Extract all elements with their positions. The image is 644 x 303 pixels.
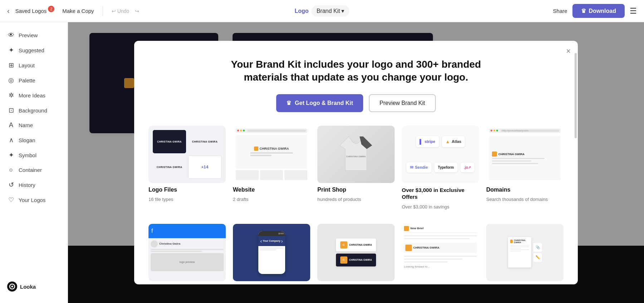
atlas-card: ▲ Atlas	[442, 136, 465, 147]
sidebar-item-label: Layout	[19, 62, 35, 68]
phone-mockup: 10:03 ‹ Your Company ›	[258, 231, 285, 274]
sidebar-item-label: Symbol	[19, 152, 36, 158]
logo-cell-light-2: CHRISTINA GWIRA	[153, 155, 186, 179]
stripe-card: ▌ stripe	[416, 136, 439, 147]
logo-cell-dark-1: CHRISTINA GWIRA	[153, 130, 186, 153]
sidebar-item-label: History	[19, 182, 35, 188]
sidebar-item-symbol[interactable]: ✦ Symbol	[0, 148, 68, 163]
saved-logos-text: Saved Logos	[15, 8, 47, 14]
sidebar-item-label: Preview	[19, 32, 38, 38]
background-icon: ⊡	[7, 106, 15, 114]
sidebar-item-preview[interactable]: 👁 Preview	[0, 28, 68, 43]
share-button[interactable]: Share	[553, 8, 567, 14]
sidebar-item-suggested[interactable]: ✦ Suggested	[0, 43, 68, 58]
topbar-left: ‹ Saved Logos 2 Make a Copy ↩ Undo ↪	[7, 6, 553, 16]
mobile-thumbnail: 10:03 ‹ Your Company ›	[233, 224, 310, 281]
modal-title: Your Brand Kit includes your logo and 30…	[231, 58, 481, 84]
get-logo-brand-kit-button[interactable]: ♛ Get Logo & Brand Kit	[276, 94, 363, 112]
brand-kit-label: Brand Kit	[317, 8, 340, 14]
sidebar-item-label: Name	[19, 122, 33, 128]
business-card-back: C CHRISTINA GWIRA	[336, 254, 376, 266]
download-label: Download	[589, 8, 616, 14]
sidebar-item-history[interactable]: ↺ History	[0, 177, 68, 192]
sidebar-item-label: Container	[19, 167, 42, 173]
logo-cell-light-1: CHRISTINA GWIRA	[188, 130, 221, 153]
topbar-center: Logo Brand Kit ▾	[295, 5, 350, 16]
grid-item-email[interactable]: New Brief CHRISTINA GWIRA Looking	[402, 224, 479, 284]
stationery-thumbnail: CHRISTINA GWIRA 📎 ✏️	[486, 224, 564, 281]
brand-kit-modal: × Your Brand Kit includes your logo and …	[134, 41, 578, 284]
domains-thumbnail: http://yourcompany.com CHRISTINA GWIRA	[486, 126, 564, 183]
sidebar-item-layout[interactable]: ⊞ Layout	[0, 58, 68, 73]
redo-button[interactable]: ↪	[135, 8, 139, 14]
grid-item-offers[interactable]: ▌ stripe ▲ Atlas ✉ Sendie	[402, 126, 479, 210]
modal-close-button[interactable]: ×	[566, 47, 571, 56]
sidebar-item-label: Suggested	[19, 47, 44, 53]
download-button[interactable]: ♛ Download	[572, 4, 625, 18]
notification-badge: 2	[48, 6, 54, 12]
typeform-card: Typeform	[434, 163, 458, 172]
saved-logos-label: Saved Logos 2	[15, 8, 47, 14]
svg-text:CHRISTINA GWIRA: CHRISTINA GWIRA	[346, 155, 366, 158]
sidebar-item-background[interactable]: ⊡ Background	[0, 103, 68, 118]
grid-item-logo-files[interactable]: CHRISTINA GWIRA CHRISTINA GWIRA CHRISTIN…	[148, 126, 226, 210]
logo-files-title: Logo Files	[148, 187, 226, 193]
divider	[103, 6, 103, 16]
undo-button[interactable]: ↩ Undo	[112, 8, 129, 14]
website-subtitle: 2 drafts	[233, 197, 310, 202]
grid-item-domains[interactable]: http://yourcompany.com CHRISTINA GWIRA	[486, 126, 564, 210]
crown-icon: ♛	[581, 8, 586, 14]
print-shop-subtitle: hundreds of products	[317, 197, 395, 202]
social-media-thumbnail: f Christina Gwira logo preview	[148, 224, 226, 281]
logo-files-thumbnail: CHRISTINA GWIRA CHRISTINA GWIRA CHRISTIN…	[148, 126, 226, 183]
grid-item-business-cards[interactable]: C CHRISTINA GWIRA C CHRISTINA GWIRA	[317, 224, 395, 284]
sidebar-item-slogan[interactable]: ∧ Slogan	[0, 133, 68, 148]
joy-card: .jo↗	[460, 163, 475, 172]
topbar: ‹ Saved Logos 2 Make a Copy ↩ Undo ↪ Log…	[0, 0, 644, 22]
grid-item-mobile[interactable]: 10:03 ‹ Your Company ›	[233, 224, 310, 284]
symbol-icon: ✦	[7, 151, 15, 159]
modal-grid-row2: f Christina Gwira logo preview	[134, 224, 578, 284]
grid-item-social-media[interactable]: f Christina Gwira logo preview	[148, 224, 226, 284]
website-hero-mock: CHRISTINA GWIRA	[236, 135, 307, 169]
name-icon: A	[7, 121, 15, 129]
menu-button[interactable]: ☰	[630, 6, 637, 16]
email-thumbnail: New Brief CHRISTINA GWIRA Looking	[402, 224, 479, 281]
layout-icon: ⊞	[7, 61, 15, 69]
undo-icon: ↩	[112, 8, 116, 14]
redo-icon: ↪	[135, 8, 139, 14]
sidebar-item-label: Background	[19, 107, 47, 114]
container-icon: ○	[7, 166, 15, 174]
facebook-icon: f	[151, 228, 153, 234]
sidebar-item-more-ideas[interactable]: ✲ More Ideas	[0, 88, 68, 103]
modal-scroll-area[interactable]: Your Brand Kit includes your logo and 30…	[134, 41, 578, 284]
preview-brand-kit-button[interactable]: Preview Brand Kit	[369, 94, 436, 112]
grid-item-stationery[interactable]: CHRISTINA GWIRA 📎 ✏️	[486, 224, 564, 284]
svg-point-2	[11, 286, 13, 288]
sidebar-item-container[interactable]: ○ Container	[0, 163, 68, 177]
sidebar-item-palette[interactable]: ◎ Palette	[0, 73, 68, 88]
logo-files-subtitle: 16 file types	[148, 197, 226, 202]
paper-sheet: CHRISTINA GWIRA	[508, 237, 531, 268]
sidebar-item-your-logos[interactable]: ♡ Your Logos	[0, 192, 68, 207]
sidebar-item-label: Slogan	[19, 137, 35, 143]
back-button[interactable]: ‹	[7, 7, 10, 15]
back-icon: ‹	[7, 7, 10, 15]
grid-item-print-shop[interactable]: CHRISTINA GWIRA Print Shop hundreds of p…	[317, 126, 395, 210]
logo-tab-button[interactable]: Logo	[295, 8, 309, 14]
print-shop-thumbnail: CHRISTINA GWIRA	[317, 126, 395, 183]
business-card-front: C CHRISTINA GWIRA	[336, 239, 376, 251]
browser-topbar-mock	[236, 129, 307, 133]
modal-header: Your Brand Kit includes your logo and 30…	[134, 41, 578, 122]
modal-action-buttons: ♛ Get Logo & Brand Kit Preview Brand Kit	[156, 94, 556, 112]
make-copy-button[interactable]: Make a Copy	[62, 8, 94, 14]
modal-grid-row1: CHRISTINA GWIRA CHRISTINA GWIRA CHRISTIN…	[134, 122, 578, 224]
more-ideas-icon: ✲	[7, 91, 15, 99]
domains-subtitle: Search thousands of domains	[486, 197, 564, 202]
crown-icon: ♛	[286, 100, 291, 106]
brand-kit-tab-button[interactable]: Brand Kit ▾	[312, 5, 350, 16]
grid-item-website[interactable]: CHRISTINA GWIRA	[233, 126, 310, 210]
sidebar-item-name[interactable]: A Name	[0, 118, 68, 133]
website-title: Website	[233, 187, 310, 193]
undo-label: Undo	[117, 8, 129, 14]
